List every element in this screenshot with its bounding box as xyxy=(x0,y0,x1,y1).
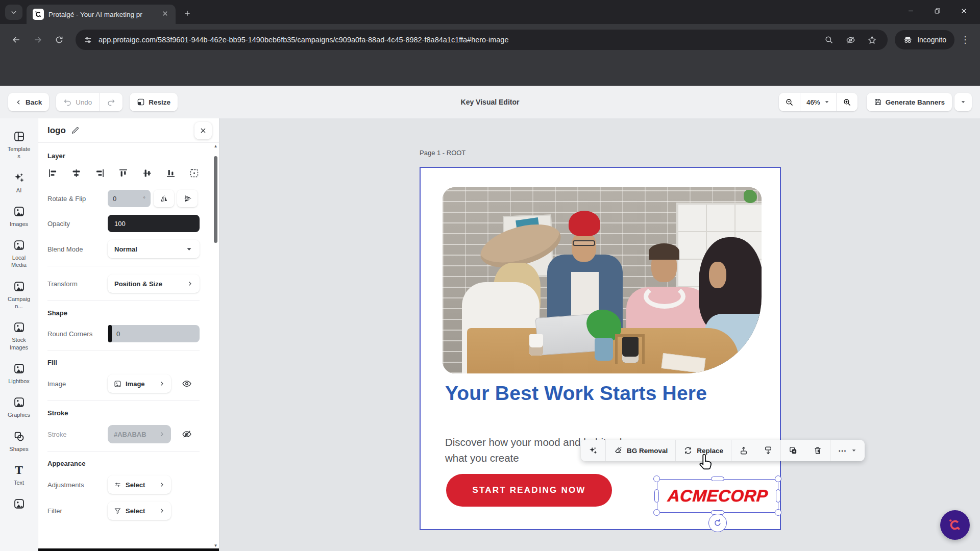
browser-forward-button[interactable] xyxy=(29,31,47,49)
cta-button[interactable]: START READING NOW xyxy=(446,474,612,507)
bring-forward-button[interactable] xyxy=(731,440,756,461)
tab-close-icon[interactable] xyxy=(161,10,170,19)
resize-button[interactable]: Resize xyxy=(130,93,178,111)
image-icon xyxy=(13,281,25,292)
logo-layer-selection[interactable]: ACMECORP xyxy=(657,479,778,513)
stroke-color-button[interactable]: #ABABAB xyxy=(108,425,171,443)
fill-visibility-toggle[interactable] xyxy=(178,375,195,392)
generate-banners-caret-button[interactable] xyxy=(954,93,972,111)
zoom-out-button[interactable] xyxy=(779,93,800,111)
tab-strip: Protaigé - Your AI marketing pr xyxy=(0,0,980,24)
back-button[interactable]: Back xyxy=(8,93,49,111)
scroll-up-icon[interactable]: ▲ xyxy=(213,144,218,148)
zoom-in-button[interactable] xyxy=(837,93,857,111)
browser-chrome: Protaigé - Your AI marketing pr app.prot… xyxy=(0,0,980,86)
sidebar-item-campaign[interactable]: Campaign... xyxy=(7,281,31,310)
bg-removal-button[interactable]: BG Removal xyxy=(606,440,675,461)
sidebar-item-shapes[interactable]: Shapes xyxy=(7,431,31,453)
browser-menu-button[interactable]: ⋮ xyxy=(958,30,973,50)
align-left-button[interactable] xyxy=(47,168,58,179)
sidebar-item-lightbox[interactable]: Lightbox xyxy=(7,363,31,385)
ai-magic-button[interactable] xyxy=(581,440,605,461)
generate-banners-button[interactable]: Generate Banners xyxy=(867,93,952,111)
design-heading[interactable]: Your Best Work Starts Here xyxy=(445,381,710,406)
selection-handle-left[interactable] xyxy=(654,489,659,503)
sidebar-item-images[interactable]: Images xyxy=(7,206,31,228)
fill-image-button[interactable]: Image xyxy=(108,374,171,393)
browser-back-button[interactable] xyxy=(7,31,26,49)
blend-mode-dropdown[interactable]: Normal xyxy=(108,240,200,258)
properties-panel-body: Layer Rotate & Flip 0 ° xyxy=(38,143,213,551)
new-tab-button[interactable] xyxy=(180,6,195,21)
send-backward-button[interactable] xyxy=(756,440,780,461)
divider xyxy=(47,266,200,266)
url-text[interactable]: app.protaige.com/583f9601-944b-462e-bb95… xyxy=(99,36,815,44)
selection-handle-right[interactable] xyxy=(776,489,780,503)
stroke-visibility-toggle[interactable] xyxy=(178,425,195,443)
flip-vertical-button[interactable] xyxy=(177,190,198,207)
align-right-button[interactable] xyxy=(94,168,105,179)
panel-close-button[interactable] xyxy=(194,122,212,139)
filter-row: Filter Select xyxy=(47,502,200,520)
position-size-button[interactable]: Position & Size xyxy=(108,274,200,293)
rotate-layer-handle[interactable] xyxy=(708,514,727,532)
sidebar-item-partial[interactable] xyxy=(13,498,25,510)
selection-handle-bottom-left[interactable] xyxy=(653,509,660,516)
delete-button[interactable] xyxy=(805,440,830,461)
send-backward-icon xyxy=(764,446,773,455)
align-middle-vertical-button[interactable] xyxy=(142,168,153,179)
sidebar-item-templates[interactable]: Templates xyxy=(7,131,31,160)
window-close-button[interactable] xyxy=(950,2,977,19)
adjustments-select-button[interactable]: Select xyxy=(108,475,171,494)
selection-handle-bottom-right[interactable] xyxy=(775,509,781,516)
slider-thumb[interactable] xyxy=(108,325,112,342)
selection-handle-top-right[interactable] xyxy=(775,475,781,482)
align-bottom-button[interactable] xyxy=(165,168,176,179)
sidebar-item-local-media[interactable]: Local Media xyxy=(7,239,31,269)
zoom-page-icon[interactable] xyxy=(821,32,837,47)
browser-tab[interactable]: Protaigé - Your AI marketing pr xyxy=(27,5,176,24)
selection-handle-top-left[interactable] xyxy=(653,475,660,482)
properties-panel: logo Layer Rotate & Flip 0 ° xyxy=(38,118,219,551)
sidebar-item-text[interactable]: T Text xyxy=(7,464,31,486)
toolbar-right-group: 46% Generate Banners xyxy=(779,93,972,111)
scrollbar-thumb[interactable] xyxy=(214,156,217,243)
sidebar-item-ai[interactable]: AI xyxy=(7,172,31,194)
site-settings-icon[interactable] xyxy=(84,36,92,44)
scroll-down-icon[interactable]: ▼ xyxy=(213,543,218,548)
selection-handle-top[interactable] xyxy=(711,477,724,481)
site-favicon xyxy=(33,9,44,20)
panel-scrollbar[interactable]: ▲ ▼ xyxy=(213,145,218,548)
round-corners-slider[interactable]: 0 xyxy=(108,325,200,342)
align-center-horizontal-button[interactable] xyxy=(71,168,82,179)
brand-logo-text[interactable]: ACMECORP xyxy=(667,486,768,506)
window-minimize-button[interactable] xyxy=(897,2,924,19)
filter-select-button[interactable]: Select xyxy=(108,502,171,520)
opacity-slider[interactable]: 100 xyxy=(108,215,200,232)
rotate-flip-row: Rotate & Flip 0 ° xyxy=(47,190,200,207)
bookmark-star-icon[interactable] xyxy=(864,32,879,47)
sidebar-item-stock-images[interactable]: Stock Images xyxy=(7,321,31,351)
sidebar-item-graphics[interactable]: Graphics xyxy=(7,396,31,418)
flip-horizontal-button[interactable] xyxy=(154,190,174,207)
rotation-input[interactable]: 0 ° xyxy=(108,190,151,207)
image-icon xyxy=(13,396,25,408)
preview-hidden-icon[interactable] xyxy=(843,32,858,47)
hero-image[interactable] xyxy=(443,187,762,373)
edit-name-icon[interactable] xyxy=(71,126,80,135)
undo-button[interactable]: Undo xyxy=(56,93,99,111)
incognito-badge: Incognito xyxy=(895,30,954,49)
align-selection-button[interactable] xyxy=(189,168,200,179)
design-canvas[interactable]: Your Best Work Starts Here Discover how … xyxy=(420,167,781,530)
address-bar[interactable]: app.protaige.com/583f9601-944b-462e-bb95… xyxy=(76,30,888,50)
more-options-button[interactable]: ⋯ xyxy=(830,440,865,461)
window-restore-button[interactable] xyxy=(924,2,950,19)
tab-search-button[interactable] xyxy=(5,5,22,20)
align-top-button[interactable] xyxy=(118,168,129,179)
browser-reload-button[interactable] xyxy=(50,31,68,49)
protaige-assistant-button[interactable] xyxy=(940,510,970,540)
canvas-area[interactable]: Page 1 - ROOT xyxy=(219,118,980,551)
redo-button[interactable] xyxy=(100,93,122,111)
duplicate-button[interactable] xyxy=(781,440,805,461)
zoom-level-dropdown[interactable]: 46% xyxy=(800,93,836,111)
